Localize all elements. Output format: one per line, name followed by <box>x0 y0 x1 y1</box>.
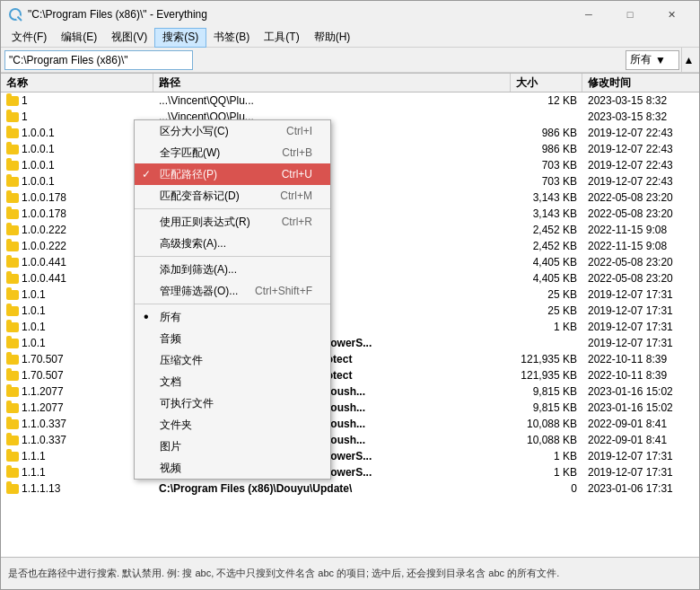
scrollbar-right[interactable]: ▲ <box>681 48 696 72</box>
menu-item-label: 添加到筛选(A)... <box>160 262 237 277</box>
table-row[interactable]: 1.0.1...\WindowsPowerS...25 KB2019-12-07… <box>1 303 699 319</box>
col-header-path[interactable]: 路径 <box>153 74 511 92</box>
table-row[interactable]: 1...\Vincent\QQ\Plu...12 KB2023-03-15 8:… <box>1 92 699 109</box>
menu-item-label: 管理筛选器(O)... <box>160 284 238 299</box>
file-name: 1.1.1 <box>22 450 46 462</box>
menu-item-manage_filter[interactable]: 管理筛选器(O)...Ctrl+Shift+F <box>135 280 330 302</box>
close-button[interactable]: ✕ <box>651 1 692 28</box>
file-size: 9,815 KB <box>511 400 582 416</box>
table-row[interactable]: 1.0.0.1...\WindowsPowerS...986 KB2019-12… <box>1 141 699 157</box>
menu-item-label: 所有 <box>160 310 181 325</box>
col-header-date[interactable]: 修改时间 <box>582 74 699 92</box>
table-row[interactable]: 1.1.1C:\Program Files (x86)\WindowsPower… <box>1 448 699 464</box>
menu-file[interactable]: 文件(F) <box>4 28 54 48</box>
folder-icon <box>6 468 19 478</box>
table-row[interactable]: 1.0.0.441...\tools\sougoush...4,405 KB20… <box>1 254 699 270</box>
statusbar: 是否也在路径中进行搜索. 默认禁用. 例: 搜 abc, 不选中只搜到文件名含 … <box>1 557 699 589</box>
col-header-size[interactable]: 大小 <box>511 74 582 92</box>
menu-tools[interactable]: 工具(T) <box>257 28 306 48</box>
menu-help[interactable]: 帮助(H) <box>307 28 358 48</box>
table-row[interactable]: 1.1.2077C:\Program Files (x86)\tools\sou… <box>1 383 699 400</box>
file-size: 10,088 KB <box>511 432 582 448</box>
status-text: 是否也在路径中进行搜索. 默认禁用. 例: 搜 abc, 不选中只搜到文件名含 … <box>8 567 559 580</box>
menu-item-add_filter[interactable]: 添加到筛选(A)... <box>135 259 330 280</box>
menu-item-label: 使用正则表达式(R) <box>160 215 250 230</box>
search-dropdown-menu: 区分大小写(C)Ctrl+I全字匹配(W)Ctrl+B✓匹配路径(P)Ctrl+… <box>134 119 331 480</box>
file-size: 12 KB <box>511 92 582 109</box>
file-size: 703 KB <box>511 173 582 189</box>
file-name: 1.70.507 <box>22 369 64 382</box>
table-row[interactable]: 1.70.507C:\Program Files (x86)\AlibabaPr… <box>1 351 699 367</box>
file-size <box>511 335 582 351</box>
titlebar-buttons: ─ □ ✕ <box>568 1 692 28</box>
table-row[interactable]: 1.0.0.1...\WindowsPowerS...703 KB2019-12… <box>1 173 699 189</box>
menu-edit[interactable]: 编辑(E) <box>54 28 104 48</box>
file-date: 2022-05-08 23:20 <box>582 189 699 206</box>
table-row[interactable]: 1.0.0.222...\tools\sougoush...2,452 KB20… <box>1 222 699 238</box>
table-row[interactable]: 1.0.1C:\Program Files (x86)\WindowsPower… <box>1 335 699 351</box>
table-row[interactable]: 1.1.2077C:\Program Files (x86)\tools\sou… <box>1 400 699 416</box>
file-name: 1.0.0.441 <box>22 272 66 285</box>
file-date: 2022-09-01 8:41 <box>582 432 699 448</box>
menu-item-regex[interactable]: 使用正则表达式(R)Ctrl+R <box>135 211 330 233</box>
menu-shortcut: Ctrl+Shift+F <box>255 285 312 297</box>
folder-icon <box>6 339 19 348</box>
table-row[interactable]: 1.0.0.178...\tools\sougoush...3,143 KB20… <box>1 206 699 222</box>
table-row[interactable]: 1...\Vincent\QQ\Plu...2023-03-15 8:32 <box>1 109 699 125</box>
filter-dropdown[interactable]: 所有 ▼ <box>626 50 679 70</box>
menu-item-audio[interactable]: 音频 <box>135 328 330 349</box>
app-icon <box>8 7 22 22</box>
file-date: 2019-12-07 17:31 <box>582 335 699 351</box>
menu-view[interactable]: 视图(V) <box>104 28 154 48</box>
file-size <box>511 109 582 125</box>
menu-item-all[interactable]: •所有 <box>135 306 330 328</box>
menu-search[interactable]: 搜索(S) <box>154 28 206 48</box>
menu-item-folder[interactable]: 文件夹 <box>135 414 330 436</box>
menu-item-whole[interactable]: 全字匹配(W)Ctrl+B <box>135 142 330 163</box>
col-header-name[interactable]: 名称 <box>1 74 153 92</box>
file-size: 703 KB <box>511 157 582 173</box>
file-date: 2019-12-07 17:31 <box>582 464 699 480</box>
file-size: 0 <box>511 480 582 497</box>
menu-item-label: 压缩文件 <box>160 353 203 368</box>
menu-item-compressed[interactable]: 压缩文件 <box>135 349 330 371</box>
table-row[interactable]: 1.0.0.222...\tools\sougoush...2,452 KB20… <box>1 238 699 254</box>
search-input[interactable] <box>9 54 188 66</box>
table-row[interactable]: 1.0.0.441...\tools\sougoush...4,405 KB20… <box>1 270 699 286</box>
file-date: 2019-12-07 17:31 <box>582 448 699 464</box>
file-date: 2022-05-08 23:20 <box>582 270 699 286</box>
file-name: 1.1.2077 <box>22 401 64 414</box>
table-row[interactable]: 1.0.1...\WindowsPowerS...1 KB2019-12-07 … <box>1 319 699 335</box>
folder-icon <box>6 452 19 462</box>
menu-item-case[interactable]: 区分大小写(C)Ctrl+I <box>135 120 330 142</box>
file-date: 2023-03-15 8:32 <box>582 92 699 109</box>
menu-item-executable[interactable]: 可执行文件 <box>135 392 330 414</box>
table-row[interactable]: 1.1.1C:\Program Files (x86)\WindowsPower… <box>1 464 699 480</box>
check-mark-icon: ✓ <box>142 168 151 181</box>
file-size: 986 KB <box>511 141 582 157</box>
table-row[interactable]: 1.0.0.1...\WindowsPowerS...703 KB2019-12… <box>1 157 699 173</box>
table-row[interactable]: 1.1.0.337C:\Program Files (x86)\tools\so… <box>1 432 699 448</box>
file-list[interactable]: 1...\Vincent\QQ\Plu...12 KB2023-03-15 8:… <box>1 92 699 557</box>
minimize-button[interactable]: ─ <box>568 1 609 28</box>
menu-bookmark[interactable]: 书签(B) <box>206 28 257 48</box>
table-row[interactable]: 1.1.0.337C:\Program Files (x86)\tools\so… <box>1 416 699 432</box>
maximize-button[interactable]: □ <box>609 1 651 28</box>
table-row[interactable]: 1.1.1.13C:\Program Files (x86)\Douyu\Upd… <box>1 480 699 497</box>
menu-separator <box>135 208 330 209</box>
file-name: 1.0.1 <box>22 304 46 317</box>
table-row[interactable]: 1.70.507C:\Program Files (x86)\AlibabaPr… <box>1 367 699 383</box>
menu-item-video[interactable]: 视频 <box>135 457 330 479</box>
menu-item-label: 音频 <box>160 331 181 347</box>
menu-item-advanced[interactable]: 高级搜索(A)... <box>135 233 330 254</box>
folder-icon <box>6 355 19 365</box>
table-row[interactable]: 1.0.0.178...\tools\sougoush...3,143 KB20… <box>1 189 699 206</box>
file-name: 1.1.1 <box>22 466 46 479</box>
menu-item-image[interactable]: 图片 <box>135 436 330 457</box>
menu-item-doc[interactable]: 文档 <box>135 371 330 392</box>
table-row[interactable]: 1.0.1...\WindowsPowerS...25 KB2019-12-07… <box>1 286 699 303</box>
file-name: 1.1.1.13 <box>22 482 60 495</box>
table-row[interactable]: 1.0.0.1...\WindowsPowerS...986 KB2019-12… <box>1 125 699 141</box>
menu-item-diacritics[interactable]: 匹配变音标记(D)Ctrl+M <box>135 185 330 207</box>
menu-item-path[interactable]: ✓匹配路径(P)Ctrl+U <box>135 163 330 185</box>
